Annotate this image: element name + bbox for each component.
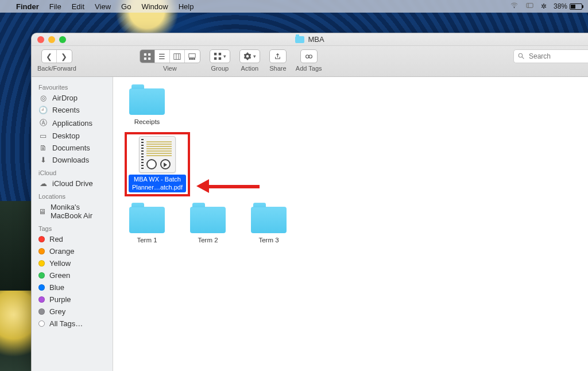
sidebar-tag-purple[interactable]: Purple [32,293,113,306]
nav-group: ❮ ❯ Back/Forward [37,49,76,72]
computer-icon: 🖥 [38,207,46,216]
tag-dot-icon [38,296,45,303]
svg-rect-4 [148,53,150,55]
svg-rect-7 [174,53,180,59]
icon-view-button[interactable] [140,50,155,63]
sidebar-item-documents[interactable]: 🗎Documents [32,142,113,154]
group-button[interactable]: ▾ [210,49,230,63]
zoom-button[interactable] [59,36,66,43]
app-menu[interactable]: Finder [16,2,39,11]
sidebar-item-location[interactable]: 🖥Monika's MacBook Air [32,201,113,222]
sidebar-tag-yellow[interactable]: Yellow [32,257,113,269]
sidebar-all-tags[interactable]: All Tags… [32,318,113,330]
sidebar-tag-grey[interactable]: Grey [32,306,113,318]
desktop-icon: ▭ [38,132,48,140]
search-group [513,49,588,63]
svg-rect-12 [192,58,193,59]
folder-label: Receipts [134,118,160,126]
tag-dot-icon [38,272,45,279]
back-button[interactable]: ❮ [42,50,57,63]
airdrop-icon: ◎ [38,94,48,102]
svg-point-20 [519,53,523,57]
annotation-arrow [196,180,260,192]
action-button[interactable]: ▾ [239,49,260,63]
svg-rect-10 [189,53,195,57]
sidebar-item-downloads[interactable]: ⬇Downloads [32,154,113,166]
annotation-highlight-box: MBA WX - Batch Planner…atch.pdf [125,132,190,197]
sidebar-tag-red[interactable]: Red [32,233,113,245]
sidebar-item-desktop[interactable]: ▭Desktop [32,130,113,142]
folder-icon [251,207,287,233]
sidebar-head-icloud: iCloud [32,166,113,177]
svg-rect-13 [194,58,195,59]
battery-status[interactable]: 38% [554,2,582,10]
finder-window: MBA ❮ ❯ Back/Forward ☰ [31,33,588,371]
folder-term3[interactable]: Term 3 [246,207,291,245]
folder-term2[interactable]: Term 2 [185,207,230,245]
gallery-view-button[interactable] [185,50,200,63]
add-tags-button[interactable] [300,49,318,63]
tag-dot-icon [38,308,45,315]
status-icon[interactable]: ✲ [541,2,547,10]
sidebar-item-airdrop[interactable]: ◎AirDrop [32,92,113,104]
group-group: ▾ Group [210,49,230,72]
svg-rect-11 [189,58,191,59]
svg-rect-5 [144,57,146,60]
battery-icon [570,3,582,10]
battery-percent: 38% [554,2,567,10]
folder-icon [190,207,226,233]
pdf-file-icon [139,136,176,173]
close-button[interactable] [37,36,44,43]
sidebar-item-applications[interactable]: ⒶApplications [32,116,113,130]
nav-label: Back/Forward [37,65,76,72]
folder-label: Term 3 [258,237,278,245]
minimize-button[interactable] [48,36,55,43]
menu-go[interactable]: Go [121,2,131,11]
sidebar-tag-green[interactable]: Green [32,269,113,281]
tag-dot-icon [38,260,45,266]
tag-dot-icon [38,236,45,242]
file-label: MBA WX - Batch Planner…atch.pdf [129,175,186,193]
share-label: Share [269,65,286,72]
downloads-icon: ⬇ [38,156,48,164]
share-group: Share [269,49,287,72]
system-menubar: Finder File Edit View Go Window Help ✲ 3… [0,0,588,13]
sidebar-tag-blue[interactable]: Blue [32,281,113,293]
sidebar-head-locations: Locations [32,190,113,201]
menu-help[interactable]: Help [179,2,194,11]
list-view-button[interactable]: ☰ [155,50,170,63]
sidebar-item-icloud-drive[interactable]: ☁iCloud Drive [32,177,113,190]
menu-view[interactable]: View [95,2,111,11]
menu-window[interactable]: Window [141,2,168,11]
sidebar-item-recents[interactable]: 🕘Recents [32,104,113,116]
forward-button[interactable]: ❯ [57,50,72,63]
tag-dot-icon [38,284,45,291]
documents-icon: 🗎 [38,144,48,152]
file-selected[interactable]: MBA WX - Batch Planner…atch.pdf [129,136,186,193]
window-title: MBA [308,35,324,44]
svg-rect-3 [144,53,146,55]
menu-edit[interactable]: Edit [72,2,84,11]
menu-file[interactable]: File [49,2,61,11]
control-center-icon[interactable] [525,1,534,11]
view-group: ☰ View [140,49,200,72]
sidebar-head-tags: Tags [32,222,113,233]
svg-point-19 [309,55,312,57]
finder-content[interactable]: Receipts MBA WX - Batch Planner…atch.pdf [113,77,588,371]
wifi-icon[interactable] [510,1,519,11]
action-label: Action [241,65,259,72]
svg-rect-6 [148,57,150,60]
alltags-icon [38,320,45,327]
folder-term1[interactable]: Term 1 [125,207,169,245]
svg-rect-16 [214,57,216,60]
sidebar-tag-orange[interactable]: Orange [32,245,113,257]
view-label: View [163,65,177,72]
window-titlebar[interactable]: MBA [32,33,588,46]
finder-sidebar: Favourites ◎AirDrop 🕘Recents ⒶApplicatio… [32,77,113,371]
svg-line-21 [522,57,524,59]
svg-rect-14 [214,53,216,55]
column-view-button[interactable] [170,50,185,63]
share-button[interactable] [269,49,287,63]
recents-icon: 🕘 [38,106,48,114]
folder-receipts[interactable]: Receipts [125,88,169,126]
